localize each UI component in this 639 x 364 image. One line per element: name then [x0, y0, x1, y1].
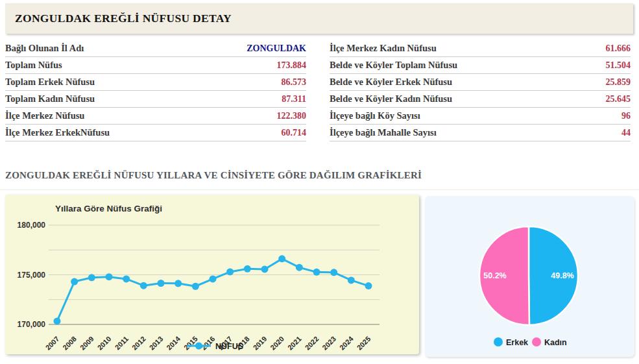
x-axis-year-label: 2011: [114, 335, 130, 351]
stat-label: Toplam Nüfus: [5, 60, 62, 71]
stat-row: İlçeye bağlı Mahalle Sayısı44: [330, 125, 631, 141]
legend-dot-marker: [532, 337, 541, 346]
section-divider: [0, 189, 639, 190]
data-point-2012[interactable]: [140, 282, 147, 289]
x-axis-year-label: 2014: [165, 334, 182, 351]
stat-value: 51.504: [606, 60, 631, 71]
stat-label: İlçe Merkez ErkekNüfusu: [5, 127, 110, 138]
nufus-line-series: [57, 259, 368, 321]
pie-legend-kadn[interactable]: Kadın: [532, 337, 567, 347]
legend-label: Erkek: [506, 338, 528, 347]
pie-chart-svg: 49.8%50.2%ErkekKadın: [425, 196, 634, 357]
stat-row: Toplam Nüfus173.884: [5, 57, 306, 74]
stat-label: Belde ve Köyler Kadın Nüfusu: [330, 93, 452, 104]
x-axis-year-label: 2021: [286, 335, 303, 352]
stat-value: 173.884: [277, 60, 307, 71]
population-line-chart-panel: Yıllara Göre Nüfus Grafiği170,000175,000…: [5, 195, 419, 354]
x-axis-year-label: 2013: [148, 335, 165, 352]
legend-label: Kadın: [544, 338, 567, 347]
pie-legend-erkek[interactable]: Erkek: [494, 337, 528, 347]
x-axis-year-label: 2015: [182, 335, 199, 352]
data-point-2022[interactable]: [313, 269, 320, 276]
stat-value: ZONGULDAK: [247, 43, 306, 54]
stat-row: İlçe Merkez Nüfusu122.380: [5, 108, 306, 125]
stat-label: Toplam Kadın Nüfusu: [5, 93, 95, 104]
x-axis-year-label: 2025: [356, 335, 372, 352]
stat-label: Belde ve Köyler Erkek Nüfusu: [330, 77, 452, 88]
stat-row: Toplam Erkek Nüfusu86.573: [5, 74, 306, 91]
stats-table-right: İlçe Merkez Kadın Nüfusu61.666Belde ve K…: [330, 40, 631, 141]
stat-label: İlçe Merkez Kadın Nüfusu: [330, 43, 437, 54]
data-point-2018[interactable]: [244, 265, 251, 273]
data-point-2021[interactable]: [296, 264, 303, 271]
stats-table-left: Bağlı Olunan İl AdıZONGULDAKToplam Nüfus…: [5, 40, 306, 141]
x-axis-year-label: 2020: [269, 335, 285, 352]
data-point-2024[interactable]: [348, 276, 355, 284]
stat-row: İlçeye bağlı Köy Sayısı96: [330, 108, 631, 125]
stat-value: 44: [621, 128, 631, 138]
stat-label: İlçeye bağlı Köy Sayısı: [330, 110, 420, 121]
stat-row: Toplam Kadın Nüfusu87.311: [5, 91, 306, 108]
data-point-2013[interactable]: [158, 280, 165, 287]
x-axis-year-label: 2007: [44, 335, 61, 352]
x-axis-year-label: 2019: [252, 335, 269, 352]
x-axis-year-label: 2008: [61, 335, 78, 352]
pie-percentage-label: 50.2%: [483, 271, 506, 280]
data-point-2019[interactable]: [261, 265, 269, 273]
stat-label: Bağlı Olunan İl Adı: [5, 43, 84, 54]
legend-dot-marker: [494, 337, 503, 346]
data-point-2023[interactable]: [330, 269, 337, 276]
stat-value: 25.859: [606, 77, 631, 88]
data-point-2015[interactable]: [192, 283, 199, 290]
data-point-2007[interactable]: [54, 317, 61, 324]
stat-value: 60.714: [282, 128, 307, 138]
data-point-2009[interactable]: [88, 274, 95, 281]
x-axis-year-label: 2023: [320, 335, 337, 352]
page: ZONGULDAK EREĞLİ NÜFUSU DETAY Bağlı Olun…: [0, 0, 639, 364]
stat-value: 122.380: [277, 111, 307, 121]
line-chart-svg: Yıllara Göre Nüfus Grafiği170,000175,000…: [5, 195, 419, 354]
legend-label: NÜFUS: [215, 341, 243, 351]
x-axis-year-label: 2024: [338, 334, 355, 351]
stat-label: İlçe Merkez Nüfusu: [5, 110, 84, 121]
stat-label: Belde ve Köyler Toplam Nüfusu: [330, 60, 457, 71]
x-axis-year-label: 2012: [130, 335, 147, 352]
data-point-2016[interactable]: [210, 275, 217, 282]
stat-value: 96: [621, 111, 631, 121]
stat-value: 86.573: [282, 77, 307, 88]
data-point-2025[interactable]: [365, 282, 372, 289]
x-axis-year-label: 2009: [78, 335, 95, 352]
y-axis-tick-label: 180,000: [18, 221, 46, 230]
stat-row: Belde ve Köyler Toplam Nüfusu51.504: [330, 57, 631, 74]
stat-row: Belde ve Köyler Erkek Nüfusu25.859: [330, 74, 631, 91]
data-point-2010[interactable]: [106, 273, 113, 280]
stat-row: Bağlı Olunan İl AdıZONGULDAK: [5, 40, 306, 57]
data-point-2020[interactable]: [278, 255, 285, 262]
stat-row: İlçe Merkez Kadın Nüfusu61.666: [330, 40, 631, 57]
stat-row: İlçe Merkez ErkekNüfusu60.714: [5, 125, 306, 141]
section-title: ZONGULDAK EREĞLİ NÜFUSU YILLARA VE CİNSİ…: [5, 170, 422, 181]
page-title: ZONGULDAK EREĞLİ NÜFUSU DETAY: [15, 12, 232, 25]
gender-pie-chart-panel: 49.8%50.2%ErkekKadın: [425, 196, 634, 357]
line-chart-title: Yıllara Göre Nüfus Grafiği: [55, 204, 162, 213]
stat-value: 87.311: [282, 94, 306, 104]
data-point-2011[interactable]: [123, 275, 130, 282]
x-axis-year-label: 2016: [200, 335, 217, 352]
x-axis-year-label: 2010: [96, 335, 113, 352]
stat-row: Belde ve Köyler Kadın Nüfusu25.645: [330, 91, 631, 108]
stat-value: 61.666: [606, 43, 631, 54]
y-axis-tick-label: 170,000: [18, 320, 46, 329]
x-axis-year-label: 2022: [304, 335, 320, 352]
data-point-2014[interactable]: [175, 280, 182, 287]
page-header: ZONGULDAK EREĞLİ NÜFUSU DETAY: [5, 3, 633, 34]
legend-dot-marker: [195, 343, 202, 350]
stat-label: İlçeye bağlı Mahalle Sayısı: [330, 127, 437, 138]
stat-value: 25.645: [606, 94, 631, 104]
data-point-2008[interactable]: [71, 278, 78, 285]
stats-tables: Bağlı Olunan İl AdıZONGULDAKToplam Nüfus…: [5, 40, 631, 141]
stat-label: Toplam Erkek Nüfusu: [5, 77, 95, 88]
y-axis-tick-label: 175,000: [18, 271, 46, 280]
data-point-2017[interactable]: [226, 268, 234, 275]
pie-percentage-label: 49.8%: [551, 271, 573, 280]
